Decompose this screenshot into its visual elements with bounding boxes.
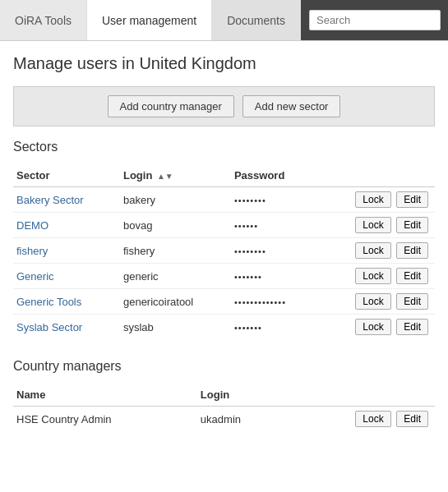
sector-link[interactable]: Syslab Sector bbox=[16, 321, 82, 333]
edit-button[interactable]: Edit bbox=[396, 293, 428, 310]
sector-password: ••••••• bbox=[231, 315, 316, 340]
sector-login: syslab bbox=[120, 315, 231, 340]
edit-button[interactable]: Edit bbox=[396, 268, 428, 284]
sector-link[interactable]: Generic bbox=[16, 270, 54, 283]
table-row: fishery fishery •••••••• Lock Edit bbox=[13, 238, 435, 264]
page-content: Manage users in United Kingdom Add count… bbox=[0, 41, 448, 464]
lock-button[interactable]: Lock bbox=[355, 411, 390, 427]
sector-name: fishery bbox=[13, 238, 120, 264]
col-login: Login ▲▼ bbox=[120, 166, 231, 187]
edit-button[interactable]: Edit bbox=[396, 319, 428, 335]
table-row: Generic generic ••••••• Lock Edit bbox=[13, 264, 435, 289]
sort-icon: ▲▼ bbox=[157, 172, 173, 181]
sector-actions: Lock Edit bbox=[316, 187, 435, 213]
sector-password: •••••• bbox=[231, 213, 316, 238]
managers-table-header: Name Login bbox=[13, 385, 435, 407]
country-managers-heading: Country managers bbox=[13, 359, 435, 377]
table-row: Generic Tools genericoiratool ••••••••••… bbox=[13, 289, 435, 315]
edit-button[interactable]: Edit bbox=[396, 411, 428, 427]
action-bar: Add country manager Add new sector bbox=[13, 86, 435, 126]
nav-documents[interactable]: Documents bbox=[212, 0, 301, 40]
manager-name: HSE Country Admin bbox=[13, 407, 197, 432]
sector-actions: Lock Edit bbox=[316, 213, 435, 238]
sector-name: Bakery Sector bbox=[13, 187, 120, 213]
edit-button[interactable]: Edit bbox=[396, 191, 428, 208]
search-input[interactable] bbox=[309, 10, 441, 30]
lock-button[interactable]: Lock bbox=[355, 217, 390, 233]
col-login-mgr: Login bbox=[197, 385, 285, 407]
sectors-heading: Sectors bbox=[13, 140, 435, 158]
col-name: Name bbox=[13, 385, 197, 407]
sector-login: generic bbox=[120, 264, 231, 289]
lock-button[interactable]: Lock bbox=[355, 319, 390, 335]
sectors-table: Sector Login ▲▼ Password Bakery Sector b… bbox=[13, 166, 435, 339]
sector-actions: Lock Edit bbox=[316, 289, 435, 315]
sector-login: fishery bbox=[120, 238, 231, 264]
nav-user-management[interactable]: User management bbox=[87, 0, 212, 40]
col-password: Password bbox=[231, 166, 316, 187]
sector-login: bovag bbox=[120, 213, 231, 238]
col-sector: Sector bbox=[13, 166, 120, 187]
nav-oira[interactable]: OiRA Tools bbox=[0, 0, 87, 40]
manager-login: ukadmin bbox=[197, 407, 285, 432]
lock-button[interactable]: Lock bbox=[355, 293, 390, 310]
table-row: HSE Country Admin ukadmin Lock Edit bbox=[13, 407, 435, 432]
col-actions-header bbox=[316, 166, 435, 187]
table-row: DEMO bovag •••••• Lock Edit bbox=[13, 213, 435, 238]
add-sector-button[interactable]: Add new sector bbox=[242, 95, 341, 117]
sector-login: genericoiratool bbox=[120, 289, 231, 315]
edit-button[interactable]: Edit bbox=[396, 217, 428, 233]
add-country-manager-button[interactable]: Add country manager bbox=[108, 95, 234, 117]
nav-oira-label: OiRA Tools bbox=[15, 14, 72, 27]
navbar: OiRA Tools User management Documents bbox=[0, 0, 448, 41]
edit-button[interactable]: Edit bbox=[396, 242, 428, 259]
nav-documents-label: Documents bbox=[227, 14, 285, 27]
sector-actions: Lock Edit bbox=[316, 238, 435, 264]
sector-password: •••••••• bbox=[231, 187, 316, 213]
sector-name: DEMO bbox=[13, 213, 120, 238]
sector-link[interactable]: Bakery Sector bbox=[16, 194, 84, 206]
lock-button[interactable]: Lock bbox=[355, 268, 390, 284]
nav-user-mgmt-label: User management bbox=[102, 14, 196, 27]
sector-actions: Lock Edit bbox=[316, 264, 435, 289]
sector-link[interactable]: fishery bbox=[16, 245, 48, 257]
sector-password: ••••••••••••• bbox=[231, 289, 316, 315]
country-managers-table: Name Login HSE Country Admin ukadmin Loc… bbox=[13, 385, 435, 431]
col-mgr-actions-header bbox=[285, 385, 435, 407]
table-row: Syslab Sector syslab ••••••• Lock Edit bbox=[13, 315, 435, 340]
sector-link[interactable]: DEMO bbox=[16, 219, 48, 232]
sector-name: Syslab Sector bbox=[13, 315, 120, 340]
sector-name: Generic Tools bbox=[13, 289, 120, 315]
sector-password: •••••••• bbox=[231, 238, 316, 264]
sector-password: ••••••• bbox=[231, 264, 316, 289]
table-row: Bakery Sector bakery •••••••• Lock Edit bbox=[13, 187, 435, 213]
sector-name: Generic bbox=[13, 264, 120, 289]
sector-login: bakery bbox=[120, 187, 231, 213]
page-title: Manage users in United Kingdom bbox=[13, 54, 435, 73]
sector-link[interactable]: Generic Tools bbox=[16, 296, 81, 308]
sector-actions: Lock Edit bbox=[316, 315, 435, 340]
sectors-table-header: Sector Login ▲▼ Password bbox=[13, 166, 435, 187]
lock-button[interactable]: Lock bbox=[355, 191, 390, 208]
manager-actions: Lock Edit bbox=[285, 407, 435, 432]
lock-button[interactable]: Lock bbox=[355, 242, 390, 259]
search-area bbox=[301, 0, 448, 40]
